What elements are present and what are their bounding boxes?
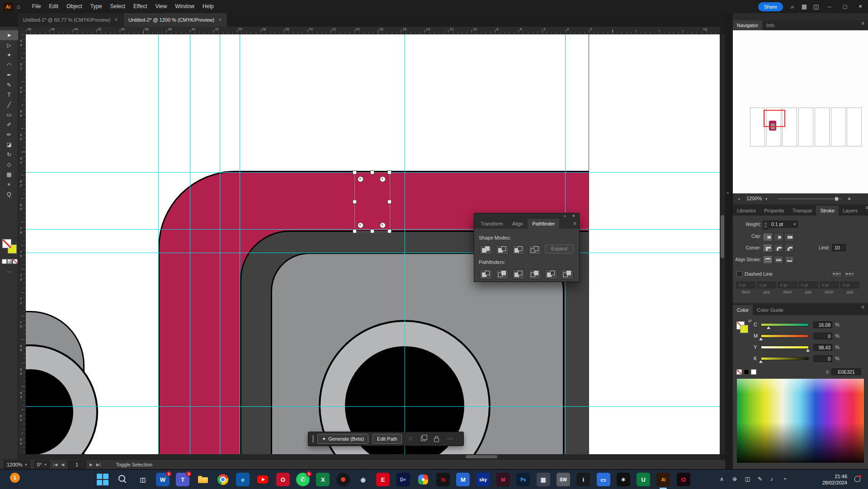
dash-field[interactable]: 0 pt — [799, 282, 818, 288]
chevron-down-icon[interactable]: ▾ — [765, 197, 768, 201]
menu-effect[interactable]: Effect — [129, 0, 151, 13]
close-button[interactable]: ✕ — [853, 0, 868, 13]
fill-color-swatch[interactable] — [740, 325, 748, 333]
duplicate-icon[interactable] — [419, 436, 428, 442]
taskbar-clock[interactable]: 21:46 28/02/2024 — [808, 473, 847, 486]
info-app-icon[interactable]: i — [576, 473, 590, 486]
black-swatch[interactable] — [744, 369, 749, 375]
collapse-panels-icon[interactable]: « — [726, 190, 729, 195]
slider-value-k[interactable]: 0 — [813, 355, 832, 362]
slider-value-c[interactable]: 16.08 — [813, 321, 832, 328]
hex-value-field[interactable]: E0E321 — [831, 368, 861, 375]
pathfinder-merge[interactable] — [512, 269, 525, 279]
panel-tab-transpar[interactable]: Transpar — [788, 206, 816, 216]
gradient-tool[interactable]: ▦ — [0, 169, 18, 179]
slider-track-m[interactable] — [761, 334, 809, 338]
shape-mode-unite[interactable] — [480, 245, 492, 255]
guide-vertical[interactable] — [158, 34, 159, 454]
collapse-panel-icon[interactable]: « — [564, 213, 566, 219]
weight-stepper[interactable]: ▴▾ — [763, 221, 769, 230]
type-tool[interactable]: T — [0, 90, 18, 100]
horizontal-ruler[interactable]: 4846444240383634323028262422201816141210… — [26, 27, 720, 34]
selection-handle[interactable] — [353, 170, 357, 174]
none-swatch[interactable] — [736, 369, 742, 375]
slider-track-c[interactable] — [761, 323, 809, 326]
pencil-tool[interactable]: ✏ — [0, 130, 18, 140]
selection-handle[interactable] — [353, 200, 357, 204]
close-panel-icon[interactable]: ✕ — [572, 213, 576, 219]
first-artboard-button[interactable]: |◀ — [53, 462, 57, 467]
tab-close-icon[interactable]: ✕ — [114, 18, 118, 22]
pen-input-icon[interactable]: ✎ — [758, 476, 762, 482]
anchor-point-widget[interactable] — [380, 222, 386, 228]
navigator-view-proxy[interactable] — [764, 110, 785, 127]
rotate-tool[interactable]: ↻ — [0, 150, 18, 160]
whatsapp-icon[interactable]: ✆1 — [296, 473, 310, 486]
selection-handle[interactable] — [387, 170, 392, 174]
guide-vertical[interactable] — [190, 34, 190, 454]
guide-horizontal[interactable] — [26, 406, 720, 407]
rotation-select[interactable]: 0°▾ — [34, 461, 50, 469]
prev-artboard-button[interactable]: ◀ — [61, 462, 64, 467]
pen-tool[interactable]: ✒ — [0, 70, 18, 80]
lasso-tool[interactable]: ◠ — [0, 60, 18, 70]
guide-vertical[interactable] — [220, 34, 220, 454]
edge-icon[interactable]: e — [236, 473, 250, 486]
selection-handle[interactable] — [370, 229, 374, 233]
preserve-dashes-button[interactable] — [831, 271, 842, 277]
indesign-icon[interactable]: Id — [496, 473, 510, 486]
slider-thumb-y[interactable] — [806, 349, 810, 352]
notification-bell-icon[interactable] — [854, 476, 860, 482]
excel-icon[interactable]: X — [316, 473, 330, 486]
more-options-icon[interactable]: ⋯ — [445, 436, 454, 442]
dash-field[interactable]: 0 pt — [820, 282, 839, 288]
dashed-line-checkbox[interactable] — [736, 271, 742, 277]
task-view-button[interactable]: ◫ — [136, 473, 150, 486]
mail-icon[interactable]: M — [456, 473, 470, 486]
navigator-zoom-slider[interactable] — [778, 198, 841, 199]
illustrator-icon[interactable]: Ai — [656, 473, 670, 486]
tray-expand-icon[interactable]: ∧ — [720, 476, 724, 482]
media-icon[interactable]: ♪ — [770, 476, 773, 482]
direct-selection-tool[interactable]: ▷ — [0, 40, 18, 50]
guide-vertical[interactable] — [240, 34, 240, 454]
sw-app-icon[interactable]: SW — [557, 473, 570, 486]
panel-tab-layers[interactable]: Layers — [839, 206, 862, 216]
zoom-level-select[interactable]: 1200%▾ — [4, 461, 30, 469]
menu-file[interactable]: File — [28, 0, 45, 13]
corner-button-0[interactable] — [763, 244, 773, 252]
navigator-preview[interactable] — [733, 30, 868, 193]
paintbrush-tool[interactable]: ✐ — [0, 120, 18, 130]
selection-tool[interactable]: ➤ — [0, 30, 18, 40]
selection-handle[interactable] — [387, 200, 392, 204]
photoshop-icon[interactable]: Ps — [516, 473, 530, 486]
pathfinder-tab-transform[interactable]: Transform — [476, 219, 508, 229]
pathfinder-minus-back[interactable] — [561, 269, 574, 279]
expand-button[interactable]: Expand — [545, 244, 574, 254]
align-stroke-button-2[interactable] — [784, 255, 794, 264]
share-button[interactable]: Share — [758, 2, 783, 11]
menu-window[interactable]: Window — [171, 0, 198, 13]
guide-vertical[interactable] — [405, 34, 405, 454]
white-swatch[interactable] — [751, 369, 756, 375]
swap-colors-icon[interactable]: ⇄ — [748, 319, 752, 323]
pathfinder-crop[interactable] — [528, 269, 541, 279]
maximize-button[interactable]: ▢ — [837, 0, 853, 13]
pathfinder-divide[interactable] — [480, 269, 492, 279]
dash-field[interactable]: 0 pt — [778, 282, 797, 288]
anchor-point-widget[interactable] — [358, 176, 363, 182]
photos-icon[interactable] — [416, 473, 430, 486]
anchor-point-widget[interactable] — [380, 176, 386, 182]
color-tab-color-guide[interactable]: Color Guide — [753, 305, 788, 315]
word-icon[interactable]: W1 — [156, 473, 170, 486]
panel-menu-icon[interactable]: ≡ — [858, 20, 868, 30]
fill-stroke-indicator[interactable] — [2, 239, 17, 254]
slider-track-y[interactable] — [761, 346, 809, 349]
corner-button-1[interactable] — [774, 244, 783, 252]
claw-app-icon[interactable]: ✶ — [617, 473, 630, 486]
pathfinder-tab-align[interactable]: Align — [508, 219, 528, 229]
slider-value-m[interactable]: 0 — [813, 333, 832, 339]
align-stroke-button-0[interactable] — [763, 255, 773, 264]
navigator-tab-info[interactable]: Info — [762, 20, 778, 30]
shape-mode-intersect[interactable] — [512, 245, 525, 255]
